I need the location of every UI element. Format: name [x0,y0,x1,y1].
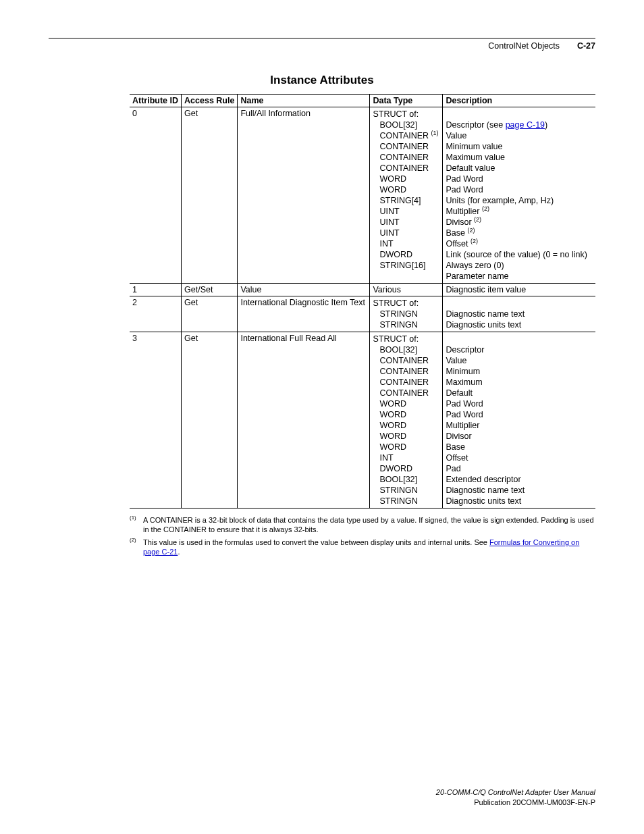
cell-name: International Full Read All [238,332,370,509]
desc-text: ) [545,120,547,130]
col-attribute-id: Attribute ID [130,95,182,107]
dtype-line: CONTAINER [373,163,429,174]
cell-desc: Diagnostic item value [443,284,595,296]
cell-desc: Descriptor Value Minimum Maximum Default… [443,332,595,509]
desc-line: Diagnostic units text [446,496,521,506]
desc-line: Value [446,356,466,365]
desc-line: Base (2) [446,228,475,238]
dtype-line: WORD [373,420,406,431]
page-footer: 20-COMM-C/Q ControlNet Adapter User Manu… [436,787,595,807]
cell-dtype: Various [370,284,443,296]
instance-attributes-table: Attribute ID Access Rule Name Data Type … [130,94,595,509]
dtype-line: STRING[4] [373,195,421,206]
footnote-text: This value is used in the formulas used … [143,538,595,557]
dtype-line: CONTAINER [373,366,429,377]
dtype-line: BOOL[32] [373,120,417,130]
desc-line: Minimum [446,367,480,376]
footnote-ref: (2) [467,227,475,234]
cell-name: Full/All Information [238,107,370,284]
desc-line: Pad [446,464,460,473]
dtype-line: WORD [373,398,406,409]
footnote-ref: (2) [482,205,489,212]
dtype-line: STRINGN [373,496,417,506]
dtype-head: STRUCT of: [373,298,419,308]
dtype-line: WORD [373,431,406,442]
cell-access: Get [182,296,238,332]
desc-line: Multiplier (2) [446,207,489,216]
dtype-line: CONTAINER [373,152,429,163]
header-page-number: C-27 [577,41,595,51]
section-title: Instance Attributes [49,74,595,87]
dtype-line: WORD [373,442,406,452]
desc-line: Descriptor (see page C-19) [446,120,547,130]
desc-line: Maximum [446,377,482,387]
desc-line: Base [446,442,465,452]
desc-line: Always zero (0) [446,261,504,270]
desc-line: Descriptor [446,345,484,355]
footnote-ref: (2) [474,216,481,223]
dtype-line: CONTAINER (1) [373,130,438,141]
footnote-number: (1) [130,515,136,521]
desc-text: Base [446,228,467,238]
dtype-line: WORD [373,174,406,184]
footnote-ref: (2) [471,238,478,244]
dtype-head: STRUCT of: [373,334,419,344]
desc-line: Diagnostic name text [446,486,525,495]
page-header: ControlNet Objects C-27 [49,41,595,51]
cell-dtype: STRUCT of: BOOL[32] CONTAINER (1) CONTAI… [370,107,443,284]
cell-dtype: STRUCT of: STRINGN STRINGN [370,296,443,332]
desc-line: Default value [446,163,495,173]
page-link[interactable]: page C-19 [506,120,545,130]
cell-dtype: STRUCT of: BOOL[32] CONTAINER CONTAINER … [370,332,443,509]
desc-line: Pad Word [446,185,483,194]
dtype-line: DWORD [373,249,412,260]
cell-desc: Diagnostic name text Diagnostic units te… [443,296,595,332]
footnote-text-part: . [178,548,180,556]
dtype-line: INT [373,238,393,249]
table-row: 3 Get International Full Read All STRUCT… [130,332,595,509]
desc-line: Offset (2) [446,239,478,249]
dtype-line: BOOL[32] [373,344,417,355]
desc-line: Diagnostic units text [446,320,521,330]
dtype-line: CONTAINER [373,355,429,366]
dtype-line: STRINGN [373,319,417,330]
footnote-text: A CONTAINER is a 32-bit block of data th… [143,515,595,535]
dtype-line: INT [373,452,393,463]
desc-text: Descriptor (see [446,120,505,130]
desc-line: Pad Word [446,410,483,419]
cell-id: 2 [130,296,182,332]
desc-line: Offset [446,453,468,463]
dtype-line: CONTAINER [373,141,429,152]
header-section-title: ControlNet Objects [488,41,560,51]
desc-line: Value [446,131,466,140]
footnote: (1) A CONTAINER is a 32-bit block of dat… [130,515,595,535]
col-description: Description [443,95,595,107]
desc-line: Diagnostic name text [446,309,525,319]
desc-line: Divisor [446,432,471,441]
desc-line: Pad Word [446,174,483,184]
desc-line: Extended descriptor [446,475,520,484]
dtype-line: DWORD [373,463,412,474]
cell-access: Get [182,107,238,284]
footnote-ref: (1) [431,130,439,136]
table-row: 0 Get Full/All Information STRUCT of: BO… [130,107,595,284]
dtype-head: STRUCT of: [373,109,419,119]
dtype-line: BOOL[32] [373,474,417,485]
footer-manual-title: 20-COMM-C/Q ControlNet Adapter User Manu… [436,787,595,797]
col-access-rule: Access Rule [182,95,238,107]
cell-name: Value [238,284,370,296]
col-data-type: Data Type [370,95,443,107]
desc-line: Divisor (2) [446,217,481,227]
desc-line: Multiplier [446,421,479,430]
desc-line: Minimum value [446,142,502,151]
cell-name: International Diagnostic Item Text [238,296,370,332]
dtype-line: STRINGN [373,309,417,319]
desc-text: Multiplier [446,207,482,216]
cell-access: Get/Set [182,284,238,296]
footnote-number: (2) [130,537,136,543]
dtype-line: UINT [373,217,399,228]
cell-id: 1 [130,284,182,296]
dtype-text: CONTAINER [379,131,431,140]
desc-line: Units (for example, Amp, Hz) [446,196,554,205]
dtype-line: CONTAINER [373,377,429,388]
